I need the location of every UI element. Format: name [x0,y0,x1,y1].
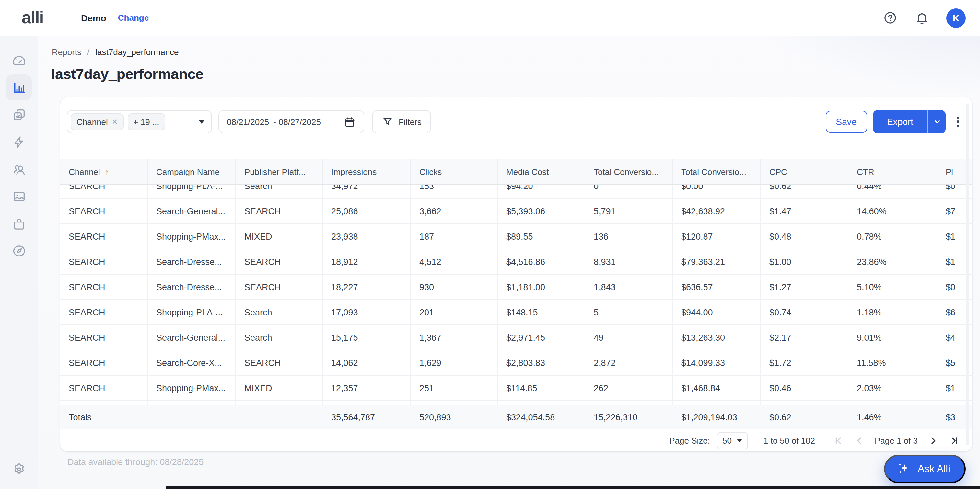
next-page-icon[interactable] [926,433,940,448]
table-row: SEARCHSearch-Catal...Search11,070231$450… [60,401,972,405]
table-cell: $1,181.00 [498,275,585,299]
page-size-select[interactable]: 50 [716,432,748,449]
table-cell: $0.62 [761,184,848,198]
notifications-bell-icon[interactable] [915,10,929,25]
totals-cell: 1.46% [848,405,937,429]
sidebar-nav [0,36,38,489]
data-available-text: Data available through: 08/28/2025 [67,457,204,467]
table-cell: Shopping-PLA-... [148,300,236,324]
table-row: SEARCHSearch-Dresse...SEARCH18,9124,512$… [60,249,972,275]
background-window-edge [166,486,980,489]
export-split-button: Export [873,110,946,133]
chevron-down-icon [932,117,942,126]
sidebar-item-creative[interactable] [6,183,32,209]
totals-cell: 520,893 [411,405,498,429]
table-cell: 12,357 [323,376,411,400]
sidebar-item-automation[interactable] [6,129,32,155]
user-avatar[interactable]: K [946,8,966,27]
table-row: SEARCHSearch-Core-X...SEARCH14,0621,629$… [60,350,972,376]
table-cell: $42,638.92 [673,199,761,224]
table-cell: SEARCH [236,249,323,274]
table-cell: 0.78% [848,224,937,249]
table-cell: SEARCH [60,199,148,224]
column-header[interactable]: Channel↑ [60,159,148,184]
date-range-input[interactable]: 08/21/2025 ~ 08/27/2025 [218,110,364,133]
column-header[interactable]: Impressions [323,159,411,184]
sidebar-item-explore[interactable] [6,238,32,264]
table-cell: Search-Core-X... [148,350,236,375]
totals-cell [148,405,236,429]
ask-alli-button[interactable]: Ask Alli [884,455,966,483]
table-cell: 2.09% [848,401,937,405]
sidebar-item-settings[interactable] [6,456,32,482]
pagination-bar: Page Size: 50 1 to 50 of 102 Page 1 of [60,429,972,451]
totals-cell: $1,209,194.03 [673,405,761,429]
table-cell: 17,093 [323,300,411,324]
table-cell: SEARCH [236,275,323,299]
sidebar-item-audiences[interactable] [6,156,32,182]
chip-remove-icon[interactable]: ✕ [112,117,118,126]
column-header[interactable]: Media Cost [498,159,585,184]
users-icon [11,162,26,176]
export-button[interactable]: Export [873,110,928,133]
table-cell: 4,512 [411,249,498,274]
column-header[interactable]: Publisher Platf... [236,159,323,184]
save-button[interactable]: Save [826,111,867,133]
table-row: SEARCHSearch-General...SEARCH25,0863,662… [60,199,972,224]
table-cell: 5,791 [585,199,673,224]
sidebar-item-dashboard[interactable] [6,47,32,73]
date-range-value: 08/21/2025 ~ 08/27/2025 [227,117,321,127]
more-options-kebab-icon[interactable] [952,117,964,127]
column-header[interactable]: Total Conversio... [673,159,761,184]
table-cell: SEARCH [60,401,148,405]
filters-button[interactable]: Filters [372,110,431,133]
table-cell: $2,971.45 [498,325,585,350]
lightning-icon [11,134,26,149]
sidebar-divider [5,448,32,448]
column-header[interactable]: CTR [848,159,937,184]
breadcrumb-reports-link[interactable]: Reports [52,47,81,57]
filters-label: Filters [399,117,422,127]
table-row: SEARCHSearch-General...Search15,1751,367… [60,325,972,350]
last-page-icon[interactable] [946,433,961,448]
previous-page-icon[interactable] [853,433,867,448]
table-cell: 25,086 [323,199,411,224]
dimension-chip-channel[interactable]: Channel ✕ [71,113,124,130]
table-cell: SEARCH [60,350,148,375]
column-header[interactable]: Clicks [411,159,498,184]
top-bar: alli Demo Change K [0,0,980,36]
sidebar-item-reports[interactable] [6,75,32,100]
table-cell: 5.10% [848,275,937,299]
totals-cell [236,405,323,429]
table-cell: SEARCH [60,184,148,198]
totals-row: Totals35,564,787520,893$324,054.5815,226… [60,405,972,429]
table-cell: 3,662 [411,199,498,224]
table-body-viewport[interactable]: SEARCHShopping-PLA-...Search34,972153$94… [60,184,972,405]
table-cell: $1.72 [761,350,848,375]
table-cell: 0 [585,184,673,198]
change-workspace-link[interactable]: Change [118,13,149,23]
dimension-select[interactable]: Channel ✕ + 19 ... [67,110,212,133]
table-header-row: Channel↑Campaign NamePublisher Platf...I… [60,159,972,184]
export-dropdown-button[interactable] [928,110,946,133]
help-icon[interactable] [883,10,898,25]
table-cell: SEARCH [60,275,148,299]
table-cell: $2.17 [761,325,848,350]
table-cell: 34,972 [323,184,411,198]
page-indicator: Page 1 of 3 [875,435,918,445]
column-header[interactable]: CPC [761,159,848,184]
column-header[interactable]: Total Conversio... [585,159,673,184]
image-icon [11,189,26,204]
first-page-icon[interactable] [832,433,846,448]
table-cell: 930 [411,275,498,299]
sidebar-item-tasks[interactable] [6,102,32,128]
table-vertical-scrollbar[interactable] [966,104,969,445]
dimension-chip-more[interactable]: + 19 ... [127,113,165,130]
column-header[interactable]: Campaign Name [148,159,236,184]
table-cell: 14,062 [323,350,411,375]
table-cell: $0.47 [761,401,848,405]
table-cell: Search [236,300,323,324]
sidebar-item-shopping[interactable] [6,211,32,237]
table-cell: SEARCH [236,350,323,375]
topbar-divider [65,10,65,26]
